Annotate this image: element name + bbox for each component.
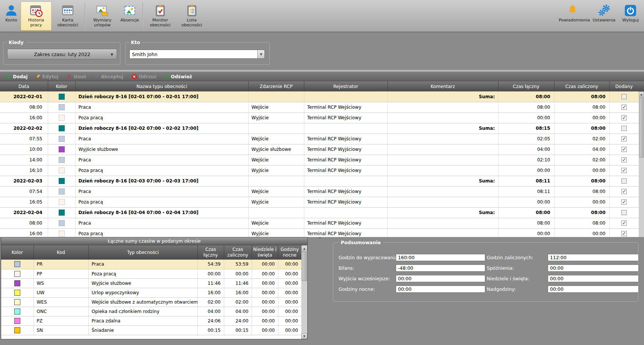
delete-button[interactable]: × Usuń <box>63 73 90 81</box>
table-row[interactable]: 2022-02-01 Dzień roboczy 8-16 [02-01 07:… <box>0 91 639 102</box>
color-swatch <box>14 280 20 286</box>
column-header-data[interactable]: Data <box>0 81 48 91</box>
table-row[interactable]: 14:00 Praca Wejście Terminal RCP Wejścio… <box>0 155 639 165</box>
main-table-scrollbar[interactable]: ▲ <box>639 81 644 237</box>
toolbar-item-wymiary-urlopow[interactable]: Wymiary urlopów <box>87 2 118 30</box>
cell-czas-laczny: 08:00 <box>498 91 554 102</box>
sum-row[interactable]: PZ Praca zdalna 24:06 24:00 00:00 00:00 <box>1 316 301 325</box>
table-row[interactable]: 10:00 Wyjście służbowe Wyjście służbowe … <box>0 144 639 155</box>
toolbar-item-absencje[interactable]: Absencje <box>118 2 141 30</box>
table-row[interactable]: 16:10 Poza pracą Wyjście Terminal RCP We… <box>0 165 639 176</box>
table-row[interactable]: 16:05 Poza pracą Wyjście Terminal RCP We… <box>0 197 639 207</box>
toolbar-item-lista-obecnosci[interactable]: Lista obecności <box>176 2 207 30</box>
table-row[interactable]: 07:55 Praca Wejście Terminal RCP Wejścio… <box>0 134 639 144</box>
column-header-niedziele[interactable]: Niedziele i święta <box>252 245 278 260</box>
sum-row[interactable]: WS Wyjście służbowe 11:46 11:46 00:00 00… <box>1 278 301 288</box>
summary-field-input[interactable] <box>396 254 485 261</box>
column-header-czas-laczny[interactable]: Czas łączny <box>197 245 224 260</box>
summary-field-input[interactable] <box>396 275 485 282</box>
column-header-zdarzenie[interactable]: Zdarzenie RCP <box>248 81 304 91</box>
summary-field-input[interactable] <box>548 254 639 261</box>
added-checkbox[interactable] <box>621 210 627 215</box>
scrollbar-track[interactable] <box>301 251 307 333</box>
chevron-down-icon[interactable]: ▼ <box>257 50 264 58</box>
added-checkbox[interactable] <box>621 220 627 226</box>
column-header-kolor[interactable]: Kolor <box>48 81 75 91</box>
splitter-handle-icon[interactable]: ▾ <box>319 236 321 240</box>
refresh-button[interactable]: Odśwież <box>161 73 195 81</box>
toolbar-item-wyloguj[interactable]: Wyloguj <box>620 2 641 30</box>
color-swatch <box>59 210 65 216</box>
cell-czas-laczny: 11:46 <box>197 278 224 288</box>
table-row[interactable]: 08:00 Praca Wejście Terminal RCP Wejścio… <box>0 102 639 112</box>
summary-field-input[interactable] <box>548 275 639 282</box>
cell-kolor <box>48 218 75 228</box>
column-header-czas-zaliczony[interactable]: Czas zaliczony <box>554 81 609 91</box>
table-row[interactable]: 07:54 Praca Wejście Terminal RCP Wejścio… <box>0 186 639 197</box>
column-header-czas-zaliczony[interactable]: Czas zaliczony <box>224 245 252 260</box>
toolbar-item-historia-pracy[interactable]: Historia pracy <box>21 2 52 30</box>
employee-input[interactable] <box>130 50 257 58</box>
column-header-kod[interactable]: Kod <box>33 245 88 260</box>
toolbar-item-monitor-obecnosci[interactable]: Monitor obecności <box>145 2 176 30</box>
sum-row[interactable]: UW Urlop wypoczynkowy 16:00 16:00 00:00 … <box>1 288 301 297</box>
groupbox-kto: Kto ▼ <box>125 42 270 65</box>
column-header-rejestrator[interactable]: Rejestrator <box>304 81 387 91</box>
horizontal-splitter[interactable] <box>0 69 644 72</box>
sum-row[interactable]: ONC Opieka nad członkiem rodziny 04:00 0… <box>1 307 301 316</box>
added-checkbox[interactable] <box>621 199 627 205</box>
column-header-czas-laczny[interactable]: Czas łączny <box>498 81 554 91</box>
summary-field-input[interactable] <box>548 286 639 293</box>
added-checkbox[interactable] <box>621 105 627 110</box>
sum-row[interactable]: PR Praca 54:39 53:59 00:00 00:00 <box>1 260 301 269</box>
edit-button[interactable]: Edytuj <box>32 73 62 81</box>
sum-row[interactable]: PP Poza pracą 00:00 00:00 00:00 00:00 <box>1 269 301 278</box>
scrollbar-thumb[interactable] <box>302 252 307 281</box>
column-header-nazwa[interactable]: Nazwa typu obecności <box>75 81 248 91</box>
cell-kolor <box>48 155 75 165</box>
column-header-nocne[interactable]: Godziny nocne <box>278 245 301 260</box>
toolbar-item-karta-obecnosci[interactable]: Karta obecności <box>52 2 83 30</box>
column-header-kolor[interactable]: Kolor <box>1 245 33 260</box>
cell-czas-zaliczony: 00:15 <box>224 325 252 335</box>
cell-dodany <box>609 165 639 176</box>
column-header-typ[interactable]: Typ obecności <box>88 245 197 260</box>
table-row[interactable]: 2022-02-02 Dzień roboczy 8-16 [02-02 07:… <box>0 123 639 134</box>
sum-row[interactable]: SN Śniadanie 00:15 00:15 00:00 00:00 <box>1 325 301 335</box>
added-checkbox[interactable] <box>621 115 627 120</box>
toolbar-item-konto[interactable]: Konto <box>3 2 20 30</box>
table-row[interactable]: 08:00 Praca Wejście Terminal RCP Wejścio… <box>0 218 639 228</box>
added-checkbox[interactable] <box>621 189 627 194</box>
summary-field-input[interactable] <box>396 286 485 293</box>
sums-table-scrollbar[interactable]: ▲ ▼ <box>301 246 307 339</box>
column-header-dodany[interactable]: Dodany <box>609 81 639 91</box>
cell-kod: UW <box>33 288 88 297</box>
added-checkbox[interactable] <box>621 157 627 163</box>
added-checkbox[interactable] <box>621 126 627 131</box>
added-checkbox[interactable] <box>621 147 627 152</box>
added-checkbox[interactable] <box>621 231 627 236</box>
accept-button[interactable]: ✓ Akceptuj <box>91 73 127 81</box>
table-row[interactable]: 2022-02-03 Dzień roboczy 8-16 [02-03 07:… <box>0 176 639 186</box>
table-row[interactable]: 2022-02-04 Dzień roboczy 8-16 [02-04 07:… <box>0 207 639 218</box>
cell-data: 2022-02-03 <box>0 176 48 186</box>
added-checkbox[interactable] <box>621 136 627 141</box>
cell-rejestrator: Terminal RCP Wejściowy <box>304 102 387 112</box>
scroll-down-icon[interactable]: ▼ <box>301 333 307 339</box>
summary-field-input[interactable] <box>548 264 639 272</box>
sum-row[interactable]: WES Wejście służbowe z automatycznym otw… <box>1 297 301 307</box>
scroll-up-icon[interactable]: ▲ <box>639 91 644 97</box>
toolbar-item-ustawienia[interactable]: Ustawienia <box>591 2 617 30</box>
add-button[interactable]: + Dodaj <box>2 73 31 81</box>
scroll-up-icon[interactable]: ▲ <box>301 246 307 251</box>
column-header-komentarz[interactable]: Komentarz <box>387 81 498 91</box>
added-checkbox[interactable] <box>621 94 627 99</box>
reject-button[interactable]: × Odrzuć <box>128 73 160 81</box>
added-checkbox[interactable] <box>621 168 627 173</box>
table-row[interactable]: 16:00 Poza pracą Wyjście Terminal RCP We… <box>0 112 639 123</box>
summary-field-input[interactable] <box>396 264 485 272</box>
toolbar-item-powiadomienia[interactable]: Powiadomienia <box>557 2 588 30</box>
added-checkbox[interactable] <box>621 178 627 184</box>
time-range-dropdown[interactable]: Zakres czasu: luty 2022 ▼ <box>7 49 117 59</box>
scrollbar-thumb[interactable] <box>639 97 644 158</box>
